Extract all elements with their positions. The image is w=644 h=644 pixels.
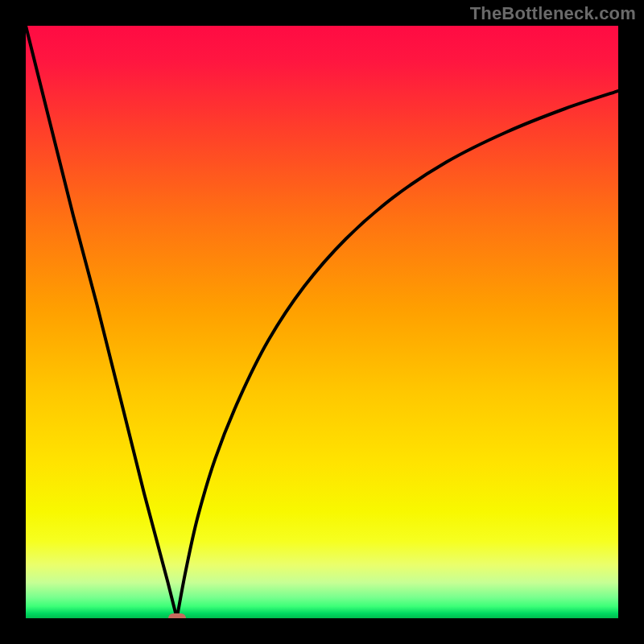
chart-frame: TheBottleneck.com	[0, 0, 644, 644]
curve-path	[26, 26, 618, 618]
bottleneck-curve	[26, 26, 618, 618]
watermark-label: TheBottleneck.com	[470, 3, 636, 24]
plot-area	[26, 26, 618, 618]
minimum-marker	[168, 613, 186, 618]
